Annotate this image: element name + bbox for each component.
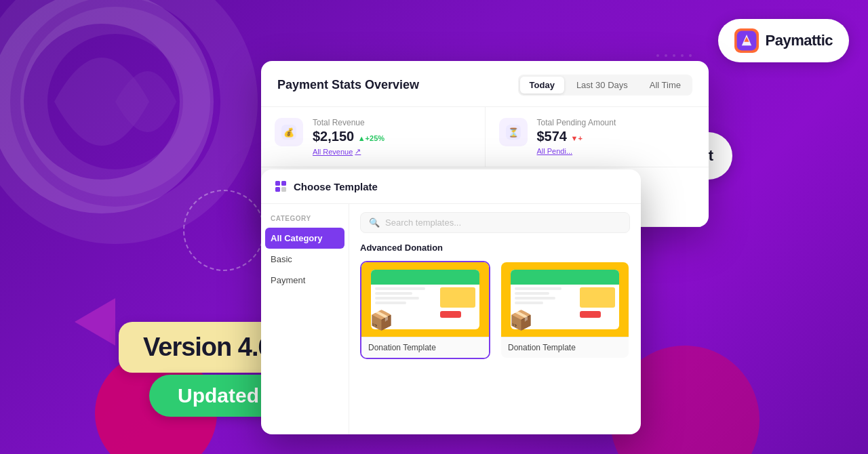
stats-header: Payment Stats Overview Today Last 30 Day… xyxy=(261,61,709,107)
revenue-label: Total Revenue xyxy=(313,118,384,127)
svg-text:💰: 💰 xyxy=(283,127,295,138)
paymattic-logo: Paymattic xyxy=(718,19,849,62)
thumb-left-1 xyxy=(375,287,437,306)
tab-alltime[interactable]: All Time xyxy=(640,77,690,94)
thumb-right-2 xyxy=(580,287,615,318)
svg-rect-19 xyxy=(275,187,280,192)
revenue-icon-wrap: 💰 xyxy=(275,118,303,146)
search-placeholder: Search templates... xyxy=(385,218,461,228)
template-body: Category All Category Basic Payment 🔍 Se… xyxy=(261,204,641,434)
svg-rect-20 xyxy=(281,187,286,192)
category-label: Category xyxy=(261,212,349,228)
tab-today[interactable]: Today xyxy=(520,77,564,94)
revenue-info: Total Revenue $2,150 ▲+25% All Revenue ↗ xyxy=(313,118,384,156)
deco-triangle xyxy=(75,298,115,346)
time-tabs: Today Last 30 Days All Time xyxy=(518,75,692,96)
search-icon: 🔍 xyxy=(369,218,380,228)
svg-rect-17 xyxy=(275,181,280,186)
template-name-2: Donation Template xyxy=(501,337,629,358)
pending-value: $574 ▼+ xyxy=(537,129,616,144)
pending-icon-wrap: ⏳ xyxy=(499,118,528,146)
thumb-right-1 xyxy=(440,287,475,318)
template-name-1: Donation Template xyxy=(361,337,489,358)
stat-pending: ⏳ Total Pending Amount $574 ▼+ All Pendi… xyxy=(486,107,709,167)
thumb-emoji-2: 📦 xyxy=(509,309,533,331)
revenue-icon: 💰 xyxy=(281,125,296,140)
revenue-change: ▲+25% xyxy=(358,134,384,142)
template-thumb-2: 📦 xyxy=(501,262,629,337)
deco-dashed-circle xyxy=(183,190,264,271)
cat-payment[interactable]: Payment xyxy=(261,270,349,291)
pending-change: ▼+ xyxy=(571,134,583,142)
cat-all[interactable]: All Category xyxy=(265,228,344,249)
revenue-value: $2,150 ▲+25% xyxy=(313,129,384,144)
template-modal-header: Choose Template xyxy=(261,169,641,204)
paymattic-brand-text: Paymattic xyxy=(766,32,833,49)
pending-label: Total Pending Amount xyxy=(537,118,616,127)
template-modal-title: Choose Template xyxy=(294,181,378,192)
tab-last30[interactable]: Last 30 Days xyxy=(567,77,637,94)
templates-grid: 📦 Donation Template xyxy=(360,261,630,359)
stats-row: 💰 Total Revenue $2,150 ▲+25% All Revenue… xyxy=(261,107,709,167)
template-icon xyxy=(275,180,287,192)
cat-basic[interactable]: Basic xyxy=(261,249,349,270)
template-item-2[interactable]: 📦 Donation Template xyxy=(500,261,630,359)
svg-text:⏳: ⏳ xyxy=(508,127,519,138)
template-thumb-1: 📦 xyxy=(361,262,489,337)
template-content: 🔍 Search templates... Advanced Donation xyxy=(349,204,641,434)
template-modal: Choose Template Category All Category Ba… xyxy=(261,169,641,434)
template-search-bar[interactable]: 🔍 Search templates... xyxy=(360,212,630,233)
thumb-emoji-1: 📦 xyxy=(370,309,393,331)
stat-revenue: 💰 Total Revenue $2,150 ▲+25% All Revenue… xyxy=(261,107,486,167)
template-item-1[interactable]: 📦 Donation Template xyxy=(360,261,490,359)
thumb-header-1 xyxy=(371,270,479,285)
pending-info: Total Pending Amount $574 ▼+ All Pendi..… xyxy=(537,118,616,155)
paymattic-icon xyxy=(734,28,759,53)
thumb-header-2 xyxy=(511,270,619,285)
stats-title: Payment Stats Overview xyxy=(277,78,419,92)
svg-rect-18 xyxy=(281,181,286,186)
pending-icon: ⏳ xyxy=(506,125,521,140)
pending-link[interactable]: All Pendi... xyxy=(537,147,616,155)
thumb-left-2 xyxy=(515,287,577,306)
revenue-link[interactable]: All Revenue ↗ xyxy=(313,147,384,156)
section-heading: Advanced Donation xyxy=(360,243,630,253)
template-sidebar: Category All Category Basic Payment xyxy=(261,204,349,434)
